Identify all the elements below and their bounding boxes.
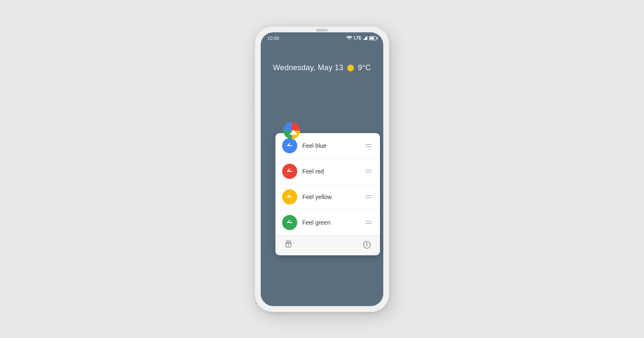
widget-footer: [275, 236, 380, 255]
feel-red-icon: [282, 164, 297, 179]
feel-green-label: Feel green: [302, 219, 359, 226]
svg-point-0: [349, 39, 350, 39]
drag-handle-blue[interactable]: [364, 142, 373, 149]
svg-rect-10: [286, 241, 290, 242]
battery-fill: [370, 37, 374, 39]
date-text: Wednesday, May 13 9°C: [261, 63, 383, 72]
drag-handle-yellow[interactable]: [364, 194, 373, 200]
battery-icon: [369, 36, 377, 40]
phone-screen: 10:00 LTE: [261, 32, 383, 306]
earpiece: [316, 29, 328, 31]
weather-sun-icon: [347, 65, 354, 71]
status-right: LTE: [346, 36, 377, 41]
status-time: 10:00: [267, 36, 279, 41]
signal-icon: [363, 36, 367, 41]
feel-yellow-label: Feel yellow: [302, 194, 359, 200]
feel-red-label: Feel red: [302, 168, 359, 175]
drag-handle-green[interactable]: [364, 219, 373, 225]
phone-shell: 10:00 LTE: [255, 26, 389, 312]
widget-card: Feel blue Feel red: [275, 133, 380, 255]
list-item[interactable]: Feel yellow: [275, 184, 380, 210]
feel-blue-label: Feel blue: [302, 142, 359, 149]
status-bar: 10:00 LTE: [261, 32, 383, 42]
feel-yellow-icon: [282, 189, 297, 204]
wifi-icon: [346, 36, 352, 41]
list-item[interactable]: Feel green: [275, 210, 380, 236]
svg-marker-1: [363, 36, 367, 40]
drag-handle-red[interactable]: [364, 168, 373, 174]
svg-point-14: [367, 243, 367, 243]
widget-pointer: [289, 130, 298, 135]
scene: 10:00 LTE: [217, 0, 427, 338]
feel-green-icon: [282, 215, 297, 230]
info-icon[interactable]: [362, 240, 372, 251]
timer-icon[interactable]: [284, 240, 293, 251]
date-weather: Wednesday, May 13 9°C: [261, 63, 383, 72]
temperature-label: 9°C: [358, 63, 371, 72]
lte-label: LTE: [354, 36, 361, 40]
date-label: Wednesday, May 13: [273, 63, 343, 72]
list-item[interactable]: Feel red: [275, 159, 380, 184]
